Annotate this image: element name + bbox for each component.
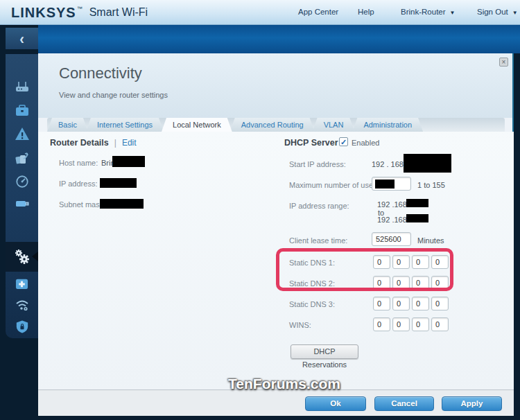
heading-separator: | <box>114 138 116 148</box>
dhcp-enabled-label: Enabled <box>352 139 379 147</box>
lease-time-input[interactable] <box>372 232 411 246</box>
router-icon <box>15 80 30 93</box>
tab-local-network[interactable]: Local Network <box>162 118 232 132</box>
wifi-icon <box>15 298 30 311</box>
ok-button[interactable]: Ok <box>305 396 366 411</box>
router-details-heading: Router Details <box>50 138 109 148</box>
static-dns-1-octet-4[interactable] <box>431 255 449 269</box>
static-dns-1-octet-1[interactable] <box>373 255 390 269</box>
sidebar-item-speed-test[interactable] <box>6 171 38 192</box>
start-ip-label: Start IP address: <box>289 160 346 168</box>
media-cards-icon <box>15 151 30 165</box>
static-dns-2-label: Static DNS 2: <box>289 279 335 288</box>
subnet-mask-label: Subnet mask: <box>59 200 105 209</box>
static-dns-1-octet-3[interactable] <box>412 255 429 269</box>
tab-advanced-routing[interactable]: Advanced Routing <box>230 118 315 132</box>
host-name-label: Host name: <box>59 159 98 167</box>
static-dns-2-octet-2[interactable] <box>392 276 410 290</box>
wins-octet-4[interactable] <box>431 317 449 331</box>
gears-icon <box>13 248 31 266</box>
lease-time-unit: Minutes <box>417 236 444 245</box>
sidebar-item-parental-controls[interactable] <box>6 123 38 144</box>
connectivity-dialog: Connectivity View and change router sett… <box>38 53 514 416</box>
lease-time-label: Client lease time: <box>289 236 347 245</box>
static-dns-2-octet-4[interactable] <box>431 276 449 290</box>
wins-octet-3[interactable] <box>412 317 429 331</box>
redacted-subnet-mask <box>100 199 144 209</box>
static-dns-3-octet-2[interactable] <box>392 297 410 310</box>
trademark-symbol: ™ <box>77 6 83 12</box>
static-dns-3-label: Static DNS 3: <box>289 300 335 308</box>
start-ip-prefix: 192 . 168 . <box>372 160 408 168</box>
sidebar-item-media-prioritization[interactable] <box>6 148 38 168</box>
linksys-logo: LINKSYS™ Smart Wi-Fi <box>11 0 148 25</box>
static-dns-3-octet-1[interactable] <box>373 297 390 310</box>
sidebar-item-security[interactable] <box>6 316 38 337</box>
ip-address-label: IP address: <box>59 180 97 188</box>
redacted-ip-range-end <box>406 214 428 222</box>
redacted-ip-range-start <box>406 199 428 207</box>
cancel-button[interactable]: Cancel <box>374 396 434 411</box>
static-dns-1-octet-2[interactable] <box>392 255 410 269</box>
ip-range-label: IP address range: <box>289 202 349 210</box>
sidebar-back-button[interactable]: ‹ <box>6 28 38 49</box>
static-dns-2-octet-3[interactable] <box>412 276 429 290</box>
nav-app-center[interactable]: App Center <box>298 8 338 16</box>
sidebar: ‹ <box>0 25 38 420</box>
linksys-smart-wifi-app: LINKSYS™ Smart Wi-Fi App Center Help Bri… <box>0 0 520 420</box>
apply-button[interactable]: Apply <box>442 396 502 411</box>
usb-storage-icon <box>15 198 30 209</box>
close-icon[interactable]: × <box>499 58 508 67</box>
nav-sign-out[interactable]: Sign Out▼ <box>477 8 518 16</box>
sidebar-item-troubleshooting[interactable] <box>6 273 38 294</box>
sidebar-item-network-map[interactable] <box>6 76 38 97</box>
dhcp-reservations-button[interactable]: DHCP Reservations <box>291 344 358 359</box>
ip-range-line2: 192 .168 <box>377 216 407 224</box>
sidebar-item-wireless[interactable] <box>6 294 38 315</box>
brand-name: LINKSYS <box>11 5 76 21</box>
chevron-down-icon: ▼ <box>450 10 456 16</box>
briefcase-icon <box>15 104 30 117</box>
ip-range-line1: 192 .168 <box>377 200 407 209</box>
redacted-ip-address <box>100 178 137 188</box>
dhcp-server-heading: DHCP Server <box>284 138 338 148</box>
redacted-max-users <box>375 180 395 189</box>
static-dns-3-octet-4[interactable] <box>431 297 449 310</box>
wins-octet-1[interactable] <box>373 317 390 331</box>
checkmark-icon: ✓ <box>340 138 347 146</box>
chevron-down-icon: ▼ <box>512 10 518 16</box>
tab-administration[interactable]: Administration <box>352 118 423 132</box>
max-users-range: 1 to 155 <box>417 181 445 189</box>
nav-router-menu[interactable]: Brink-Router▼ <box>401 8 455 16</box>
static-dns-3-octet-3[interactable] <box>412 297 429 310</box>
router-details-heading-row: Router Details | Edit <box>50 138 137 148</box>
static-dns-2-octet-1[interactable] <box>373 276 390 290</box>
wins-octet-2[interactable] <box>392 317 410 331</box>
product-name: Smart Wi-Fi <box>89 6 148 19</box>
dialog-footer: Ok Cancel Apply <box>38 390 514 416</box>
back-chevron-icon: ‹ <box>19 31 24 46</box>
sidebar-item-guest-access[interactable] <box>6 100 38 121</box>
tab-strip: Basic Internet Settings Local Network Ad… <box>47 118 505 132</box>
redacted-start-ip <box>404 154 451 173</box>
first-aid-icon <box>15 277 29 290</box>
sidebar-panel <box>6 54 38 338</box>
header-blue-band <box>38 25 520 53</box>
selected-item-arrow <box>32 252 38 261</box>
edit-link[interactable]: Edit <box>122 138 137 148</box>
sidebar-item-external-storage[interactable] <box>6 193 38 214</box>
wins-label: WINS: <box>289 321 311 329</box>
dialog-header: Connectivity View and change router sett… <box>38 53 512 118</box>
tab-vlan[interactable]: VLAN <box>313 118 355 132</box>
redacted-host-name <box>112 156 145 167</box>
page-title: Connectivity <box>59 64 142 82</box>
speed-gauge-icon <box>15 175 29 189</box>
dhcp-enabled-checkbox[interactable]: ✓ <box>339 137 348 146</box>
static-dns-1-label: Static DNS 1: <box>289 259 335 267</box>
page-subtitle: View and change router settings <box>59 91 168 99</box>
shield-lock-icon <box>15 320 29 334</box>
tab-basic[interactable]: Basic <box>47 118 88 132</box>
tab-internet-settings[interactable]: Internet Settings <box>86 118 164 132</box>
max-users-label: Maximum number of users: <box>289 181 381 189</box>
nav-help[interactable]: Help <box>358 8 374 16</box>
